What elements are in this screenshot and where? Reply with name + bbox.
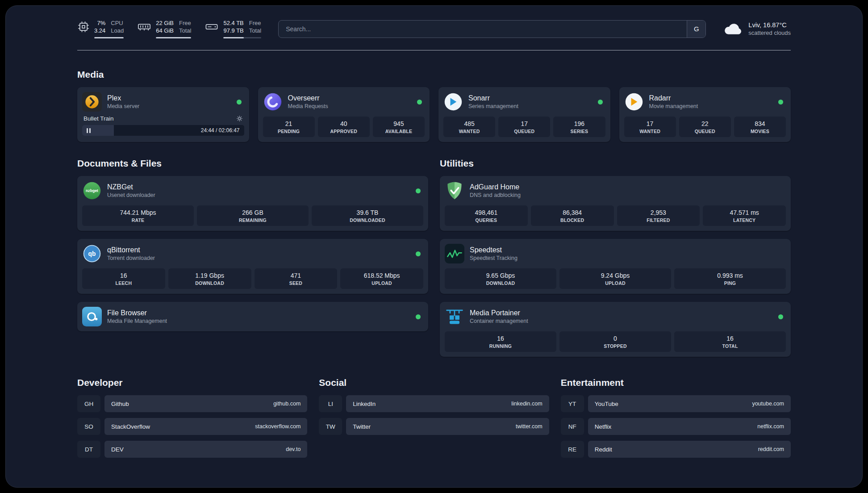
memory-usage-bar: [156, 37, 191, 38]
speedtest-service-link[interactable]: Speedtest Speedtest Tracking: [445, 244, 786, 263]
disk-total-label: Total: [249, 27, 261, 34]
plex-service-link[interactable]: Plex Media server: [82, 92, 244, 112]
bookmark-netflix[interactable]: NF Netflixnetflix.com: [561, 418, 791, 435]
cpu-icon: [77, 21, 90, 33]
overseerr-service-link[interactable]: Overseerr Media Requests: [263, 92, 425, 112]
status-dot: [778, 100, 783, 104]
bookmark-dev[interactable]: DT DEVdev.to: [77, 441, 307, 458]
stat-tile: 1.19 GbpsDOWNLOAD: [168, 268, 251, 289]
status-dot: [417, 100, 422, 104]
portainer-icon: [445, 307, 464, 326]
bookmark-youtube[interactable]: YT YouTubeyoutube.com: [561, 395, 791, 412]
dashboard-root: 7% 3.24 CPU Load: [5, 5, 863, 488]
bookmark-group-social: Social LI LinkedInlinkedin.com TW Twitte…: [319, 377, 549, 464]
section-title-developer: Developer: [77, 377, 307, 388]
overseerr-icon: [263, 92, 283, 112]
service-subtitle: Series management: [468, 103, 518, 110]
bookmark-linkedin[interactable]: LI LinkedInlinkedin.com: [319, 395, 549, 412]
radarr-icon: [624, 92, 644, 112]
service-subtitle: DNS and adblocking: [470, 192, 521, 199]
service-name: qBittorrent: [107, 246, 155, 255]
cpu-percent: 7%: [97, 19, 106, 27]
gear-icon[interactable]: [236, 115, 243, 122]
service-card-qbittorrent: qb qBittorrent Torrent downloader 16LEEC…: [77, 239, 428, 294]
stat-tile: 266 GBREMAINING: [197, 205, 309, 226]
bookmark-abbr: GH: [77, 395, 100, 412]
stat-tile: 471SEED: [255, 268, 338, 289]
qbittorrent-service-link[interactable]: qb qBittorrent Torrent downloader: [82, 244, 423, 263]
portainer-service-link[interactable]: Media Portainer Container management: [445, 307, 786, 326]
qbittorrent-icon: qb: [82, 244, 102, 263]
search-input[interactable]: [279, 21, 687, 38]
service-name: File Browser: [107, 309, 167, 318]
adguard-service-link[interactable]: AdGuard Home DNS and adblocking: [445, 181, 786, 201]
service-subtitle: Movie management: [649, 103, 698, 110]
section-title-entertainment: Entertainment: [561, 377, 791, 388]
stat-tile: 86,384BLOCKED: [531, 205, 614, 226]
weather-condition: scattered clouds: [748, 29, 791, 36]
weather-location: Lviv, 16.87°C: [748, 21, 791, 29]
filebrowser-icon: [82, 307, 102, 326]
service-name: Speedtest: [470, 246, 517, 255]
bookmark-twitter[interactable]: TW Twittertwitter.com: [319, 418, 549, 435]
stat-tile: 0.993 msPING: [674, 268, 786, 289]
bookmark-abbr: LI: [319, 395, 342, 412]
topbar-divider: [77, 50, 791, 50]
filebrowser-service-link[interactable]: File Browser Media File Management: [82, 307, 423, 326]
bookmark-group-developer: Developer GH Githubgithub.com SO StackOv…: [77, 377, 307, 464]
stat-tile: 834MOVIES: [734, 117, 786, 137]
disk-free-label: Free: [249, 19, 261, 27]
memory-free-label: Free: [179, 19, 191, 27]
status-dot: [237, 100, 242, 104]
status-dot: [416, 314, 421, 319]
service-card-sonarr: Sonarr Series management 485WANTED 17QUE…: [438, 87, 610, 142]
stat-tile: 16LEECH: [82, 268, 165, 289]
stat-tile: 618.52 MbpsUPLOAD: [340, 268, 423, 289]
sonarr-service-link[interactable]: Sonarr Series management: [443, 92, 605, 112]
bookmark-reddit[interactable]: RE Redditreddit.com: [561, 441, 791, 458]
section-title-utilities: Utilities: [440, 158, 791, 169]
radarr-service-link[interactable]: Radarr Movie management: [624, 92, 786, 112]
cpu-label: CPU: [111, 19, 123, 27]
service-card-plex: Plex Media server Bullet Train: [77, 87, 249, 142]
nzbget-service-link[interactable]: nzbget NZBGet Usenet downloader: [82, 181, 423, 201]
playback-progress-bar[interactable]: 24:44 / 02:06:47: [82, 125, 244, 136]
plex-now-playing-widget: Bullet Train 24:44 / 02:06:47: [82, 115, 244, 136]
svg-text:nzbget: nzbget: [86, 188, 98, 193]
service-card-portainer: Media Portainer Container management 16R…: [440, 302, 791, 357]
status-dot: [416, 251, 421, 256]
memory-total-label: Total: [179, 27, 191, 34]
status-dot: [416, 188, 421, 193]
service-subtitle: Usenet downloader: [107, 192, 155, 199]
search-bar: G: [278, 20, 706, 38]
stat-tile: 744.21 MbpsRATE: [82, 205, 194, 226]
media-card-row: Plex Media server Bullet Train: [77, 87, 791, 142]
cpu-usage-bar: [94, 37, 124, 38]
stat-tile: 16TOTAL: [674, 331, 786, 352]
service-subtitle: Media File Management: [107, 318, 167, 325]
memory-total-value: 64 GiB: [156, 27, 174, 34]
service-card-adguard: AdGuard Home DNS and adblocking 498,461Q…: [440, 176, 791, 231]
service-name: Overseerr: [288, 94, 328, 103]
bookmark-group-entertainment: Entertainment YT YouTubeyoutube.com NF N…: [561, 377, 791, 464]
stat-tile: 21PENDING: [263, 117, 315, 137]
topbar: 7% 3.24 CPU Load: [77, 19, 791, 38]
cpu-load-value: 3.24: [94, 27, 105, 34]
search-provider-button[interactable]: G: [687, 21, 705, 38]
service-name: AdGuard Home: [470, 183, 521, 192]
service-card-radarr: Radarr Movie management 17WANTED 22QUEUE…: [619, 87, 791, 142]
disk-usage-bar: [223, 37, 261, 38]
stat-tile: 9.24 GbpsUPLOAD: [559, 268, 671, 289]
bookmark-abbr: RE: [561, 441, 584, 458]
cloud-icon: [723, 22, 743, 36]
pause-icon[interactable]: [87, 128, 91, 133]
service-name: Sonarr: [468, 94, 518, 103]
stat-tile: 40APPROVED: [318, 117, 370, 137]
cpu-load-label: Load: [111, 27, 124, 34]
bookmark-stackoverflow[interactable]: SO StackOverflowstackoverflow.com: [77, 418, 307, 435]
now-playing-title: Bullet Train: [83, 115, 114, 122]
playback-time: 24:44 / 02:06:47: [201, 127, 240, 134]
stat-tile: 0STOPPED: [559, 331, 671, 352]
bookmark-github[interactable]: GH Githubgithub.com: [77, 395, 307, 412]
stat-tile: 17QUEUED: [498, 117, 550, 137]
